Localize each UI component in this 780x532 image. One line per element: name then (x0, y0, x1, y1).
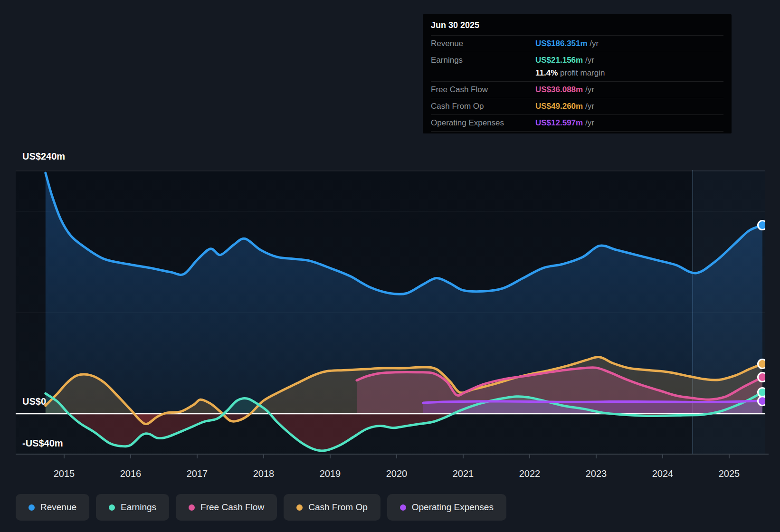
line-operating-expenses (423, 401, 762, 403)
legend-label: Revenue (40, 502, 76, 513)
legend-label: Cash From Op (308, 502, 368, 513)
tooltip-row-value: US$49.260m /yr (535, 102, 594, 111)
x-axis-label: 2024 (652, 468, 674, 479)
tooltip-row-label: Operating Expenses (431, 118, 535, 128)
end-marker-free-cash-flow (758, 373, 767, 382)
legend-item-fcf[interactable]: Free Cash Flow (176, 494, 277, 521)
tooltip-row-label: Cash From Op (431, 102, 535, 111)
end-marker-earnings (758, 388, 767, 397)
legend-label: Operating Expenses (412, 502, 494, 513)
end-marker-operating-expenses (758, 397, 767, 406)
tooltip-row-value: US$36.088m /yr (535, 85, 594, 95)
tooltip-row-earnings: Earnings US$21.156m /yr (431, 52, 723, 68)
x-axis-label: 2015 (54, 468, 75, 479)
legend-dot-cashop (296, 504, 303, 511)
legend-dot-earnings (109, 504, 115, 511)
x-axis-label: 2018 (253, 468, 275, 479)
tooltip-row-profit-margin: 11.4% profit margin (431, 68, 723, 81)
x-axis-label: 2019 (320, 468, 341, 479)
tooltip-row-label: Earnings (431, 56, 535, 65)
tooltip-row-value: US$21.156m /yr (535, 56, 594, 65)
x-axis: 2015201620172018201920202021202220232024… (16, 454, 769, 479)
legend-item-revenue[interactable]: Revenue (16, 494, 89, 521)
legend-dot-revenue (29, 504, 35, 511)
tooltip-row-revenue: Revenue US$186.351m /yr (431, 35, 723, 52)
data-tooltip-panel: Jun 30 2025 Revenue US$186.351m /yr Earn… (423, 14, 732, 133)
tooltip-date: Jun 30 2025 (431, 20, 723, 35)
end-marker-cash-from-op (758, 360, 767, 369)
legend-item-cashop[interactable]: Cash From Op (284, 494, 380, 521)
x-axis-label: 2021 (453, 468, 474, 479)
x-axis-label: 2020 (386, 468, 408, 479)
tooltip-row-cashop: Cash From Op US$49.260m /yr (431, 98, 723, 114)
tooltip-row-label: Revenue (431, 39, 535, 48)
x-axis-label: 2022 (519, 468, 541, 479)
legend-item-earnings[interactable]: Earnings (96, 494, 169, 521)
x-axis-label: 2023 (586, 468, 607, 479)
tooltip-row-value: US$186.351m /yr (535, 39, 599, 48)
tooltip-row-label: Free Cash Flow (431, 85, 535, 95)
y-axis-label-bottom: -US$40m (22, 438, 63, 448)
legend-dot-fcf (189, 504, 195, 511)
chart-legend: Revenue Earnings Free Cash Flow Cash Fro… (16, 494, 506, 521)
tooltip-row-opex: Operating Expenses US$12.597m /yr (431, 114, 723, 132)
tooltip-row-value: US$12.597m /yr (535, 118, 594, 128)
x-axis-label: 2016 (120, 468, 142, 479)
legend-label: Free Cash Flow (200, 502, 264, 513)
end-marker-revenue (758, 221, 767, 230)
app-root: 2015201620172018201920202021202220232024… (0, 0, 780, 532)
legend-dot-opex (400, 504, 406, 511)
y-axis-label-zero: US$0 (22, 396, 46, 407)
y-axis-label-top: US$240m (22, 151, 65, 162)
tooltip-row-fcf: Free Cash Flow US$36.088m /yr (431, 81, 723, 98)
profit-margin-value: 11.4% profit margin (535, 68, 605, 78)
x-axis-label: 2025 (719, 468, 740, 479)
x-axis-label: 2017 (187, 468, 208, 479)
legend-item-opex[interactable]: Operating Expenses (387, 494, 506, 521)
legend-label: Earnings (121, 502, 156, 513)
